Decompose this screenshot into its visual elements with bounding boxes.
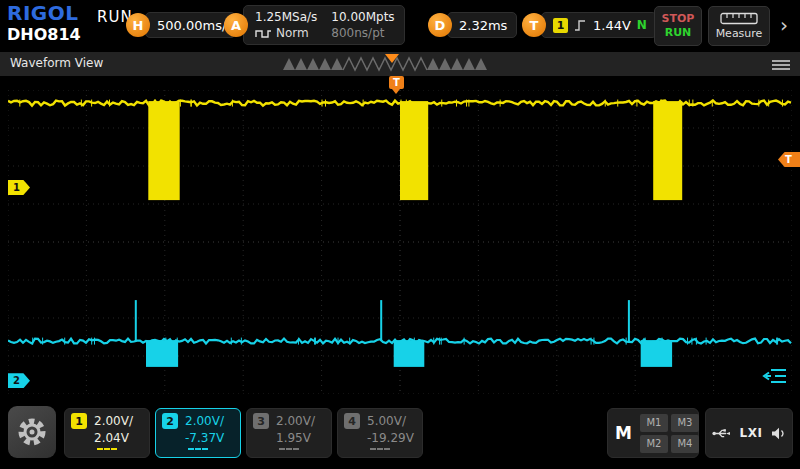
acquire-mode-label: Norm (276, 26, 309, 40)
waveform-canvas[interactable] (8, 90, 792, 394)
memory-depth: 10.00Mpts (331, 10, 394, 24)
speaker-icon[interactable] (771, 427, 786, 440)
timebase-box[interactable]: 500.00ms/ (145, 12, 236, 38)
acquire-mode: Norm (255, 26, 317, 40)
math-m1-button[interactable]: M1 (640, 414, 668, 432)
trigger-group: T 1 1.44V N (522, 12, 657, 38)
time-per-point: 800ns/pt (331, 26, 394, 40)
delay-key-button[interactable]: D (428, 13, 452, 37)
delay-group: D 2.32ms (428, 12, 517, 38)
trigger-source-badge: 1 (553, 18, 568, 33)
scope-side-menu-icon[interactable] (762, 366, 788, 386)
pulse-wave-icon (255, 28, 272, 39)
measure-label: Measure (716, 27, 763, 40)
settings-button[interactable] (8, 406, 56, 458)
measure-button[interactable]: Measure (708, 6, 770, 46)
channel2-coupling-icon (188, 448, 208, 450)
stop-label: STOP (662, 12, 695, 26)
channel4-badge: 4 (344, 413, 360, 429)
acquire-key-button[interactable]: A (224, 13, 248, 37)
channel2-offset: -7.37V (185, 431, 234, 445)
channel3-box[interactable]: 3 2.00V/ 1.95V (246, 408, 332, 458)
acquire-group: A 1.25MSa/s 10.00Mpts Norm 800ns/pt (224, 5, 405, 45)
waveform-view-title: Waveform View (10, 56, 103, 70)
horizontal-group: H 500.00ms/ (126, 12, 236, 38)
channel1-box[interactable]: 1 2.00V/ 2.04V (64, 408, 150, 458)
channel4-coupling-icon (370, 448, 390, 450)
scope-display[interactable]: T T 1 2 (0, 76, 800, 398)
status-box: LXI (705, 408, 793, 458)
trigger-noise-flag: N (637, 18, 647, 32)
channel3-offset: 1.95V (276, 431, 325, 445)
acquire-box[interactable]: 1.25MSa/s 10.00Mpts Norm 800ns/pt (243, 5, 405, 45)
channel3-coupling-icon (279, 448, 299, 450)
oscilloscope-screen: { "header": { "brand": "RIGOL", "model":… (0, 0, 800, 469)
hamburger-menu-icon[interactable] (772, 58, 790, 72)
delay-box[interactable]: 2.32ms (447, 12, 517, 38)
channel3-badge: 3 (253, 413, 269, 429)
gear-icon (15, 415, 49, 449)
channel2-scale: 2.00V/ (185, 414, 224, 428)
brand-logo: RIGOL (7, 1, 79, 25)
math-m2-button[interactable]: M2 (640, 435, 668, 453)
channel1-scale: 2.00V/ (94, 414, 133, 428)
math-m4-button[interactable]: M4 (671, 435, 699, 453)
channel4-box[interactable]: 4 5.00V/ -19.29V (337, 408, 423, 458)
usb-icon (712, 427, 731, 440)
waveform-view-bar: Waveform View (0, 52, 800, 76)
channel2-box[interactable]: 2 2.00V/ -7.37V (155, 408, 241, 458)
ruler-icon (720, 12, 758, 25)
header-more-chevron[interactable]: › (780, 13, 788, 37)
channel1-offset: 2.04V (94, 431, 143, 445)
model-name: DHO814 (7, 25, 81, 44)
channel1-coupling-icon (97, 448, 117, 450)
channel3-scale: 2.00V/ (276, 414, 315, 428)
math-buttons: M1 M3 M2 M4 (640, 414, 699, 453)
trigger-level-value: 1.44V (593, 18, 631, 33)
timebase-value: 500.00ms/ (157, 18, 226, 33)
bottom-bar: 1 2.00V/ 2.04V 2 2.00V/ -7.37V 3 2.00V/ … (0, 398, 800, 469)
top-bar: RIGOL DHO814 RUN H 500.00ms/ A 1.25MSa/s… (0, 0, 800, 52)
channel4-scale: 5.00V/ (367, 414, 406, 428)
channel2-badge: 2 (162, 413, 178, 429)
math-m3-button[interactable]: M3 (671, 414, 699, 432)
horizontal-key-button[interactable]: H (126, 13, 150, 37)
run-label: RUN (665, 26, 692, 40)
trigger-slope-icon (574, 19, 587, 32)
trigger-key-button[interactable]: T (522, 13, 546, 37)
sample-rate: 1.25MSa/s (255, 10, 317, 24)
timeline-trigger-marker-icon[interactable] (385, 54, 399, 63)
trigger-position-marker[interactable]: T (389, 76, 404, 89)
delay-value: 2.32ms (459, 18, 507, 33)
math-label: M (615, 423, 632, 443)
stop-run-button[interactable]: STOP RUN (654, 6, 702, 46)
channel1-badge: 1 (71, 413, 87, 429)
trigger-box[interactable]: 1 1.44V N (541, 12, 657, 38)
channel4-offset: -19.29V (367, 431, 416, 445)
lxi-indicator: LXI (740, 426, 763, 440)
math-box: M M1 M3 M2 M4 (607, 408, 699, 458)
